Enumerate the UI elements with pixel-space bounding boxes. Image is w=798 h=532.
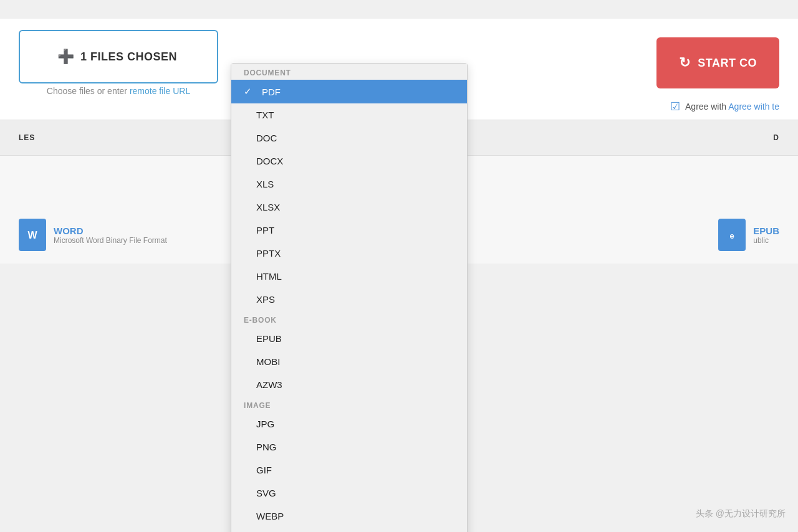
group-label-document: DOCUMENT xyxy=(231,64,467,80)
word-type-desc: Microsoft Word Binary File Format xyxy=(54,236,167,245)
agree-check-icon: ☑ xyxy=(670,100,680,113)
option-xls[interactable]: XLS xyxy=(231,173,467,196)
option-ppt[interactable]: PPT xyxy=(231,219,467,242)
option-epub[interactable]: EPUB xyxy=(231,327,467,350)
watermark: 头条 @无力设计研究所 xyxy=(696,508,786,520)
option-webp[interactable]: WEBP xyxy=(231,505,467,528)
start-convert-label: START CO xyxy=(698,57,757,70)
word-type-name: WORD xyxy=(54,226,167,236)
option-mobi[interactable]: MOBI xyxy=(231,350,467,373)
refresh-icon: ↻ xyxy=(679,55,691,71)
option-xps[interactable]: XPS xyxy=(231,288,467,311)
check-icon: ✓ xyxy=(244,86,252,97)
start-convert-button[interactable]: ↻ START CO xyxy=(656,37,779,88)
group-label-image: IMAGE xyxy=(231,396,467,412)
option-html[interactable]: HTML xyxy=(231,265,467,288)
terms-link[interactable]: Agree with te xyxy=(728,102,779,112)
svg-text:e: e xyxy=(730,231,734,240)
choose-files-button[interactable]: ➕ 1 FILES CHOSEN xyxy=(19,30,218,83)
option-docx[interactable]: DOCX xyxy=(231,150,467,173)
option-xlsx[interactable]: XLSX xyxy=(231,196,467,219)
choose-files-label: 1 FILES CHOSEN xyxy=(80,50,177,64)
epub-type-name: EPUB xyxy=(753,226,779,236)
epub-file-icon: e xyxy=(718,219,746,251)
group-label-ebook: E-BOOK xyxy=(231,311,467,327)
choose-files-info: Choose files or enter remote file URL xyxy=(47,86,190,96)
option-gif[interactable]: GIF xyxy=(231,458,467,482)
epub-type-desc: ublic xyxy=(753,236,779,245)
word-file-icon: W xyxy=(19,219,46,251)
plus-icon: ➕ xyxy=(57,49,74,65)
remote-file-url-link[interactable]: remote file URL xyxy=(130,86,190,96)
option-azw3[interactable]: AZW3 xyxy=(231,373,467,396)
option-jpg[interactable]: JPG xyxy=(231,412,467,435)
option-pdf[interactable]: ✓ PDF xyxy=(231,80,467,103)
option-pptx[interactable]: PPTX xyxy=(231,242,467,265)
word-format-card[interactable]: W WORD Microsoft Word Binary File Format xyxy=(19,219,167,251)
option-doc[interactable]: DOC xyxy=(231,126,467,150)
choose-files-wrapper: ➕ 1 FILES CHOSEN Choose files or enter r… xyxy=(19,30,218,96)
option-svg[interactable]: SVG xyxy=(231,482,467,505)
svg-text:W: W xyxy=(27,230,37,240)
word-format-info: WORD Microsoft Word Binary File Format xyxy=(54,226,167,245)
format-dropdown[interactable]: DOCUMENT ✓ PDF TXT DOC DOCX XLS XLSX PPT… xyxy=(231,63,468,532)
epub-format-card[interactable]: e EPUB ublic xyxy=(718,219,779,251)
agree-section: ☑ Agree with Agree with te xyxy=(670,100,779,113)
option-txt[interactable]: TXT xyxy=(231,103,467,126)
option-png[interactable]: PNG xyxy=(231,435,467,458)
option-dds[interactable]: DDS xyxy=(231,528,467,532)
epub-format-info: EPUB ublic xyxy=(753,226,779,245)
col-header-right: D xyxy=(773,133,779,142)
top-bar xyxy=(0,0,798,19)
col-header-left: LES xyxy=(19,133,35,142)
